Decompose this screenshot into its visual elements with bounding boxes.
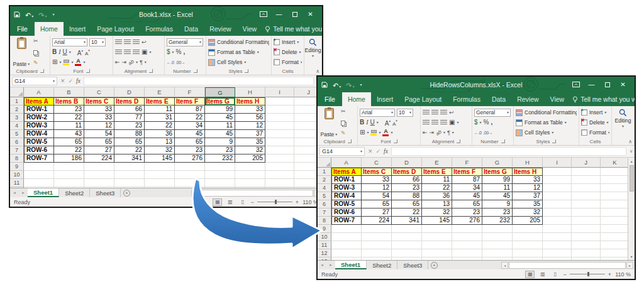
value-cell[interactable]: 77 xyxy=(114,114,145,122)
tell-me-box[interactable]: Tell me what you want to do xyxy=(265,22,322,36)
increase-decimal-icon[interactable]: ←.0 xyxy=(474,131,481,135)
value-cell[interactable]: 65 xyxy=(362,200,392,208)
column-header-A[interactable]: A xyxy=(331,158,362,168)
save-icon[interactable] xyxy=(14,11,20,18)
empty-cell[interactable] xyxy=(265,163,294,171)
tab-home[interactable]: Home xyxy=(342,92,371,106)
tab-data[interactable]: Data xyxy=(179,22,204,36)
maximize-button[interactable] xyxy=(599,77,615,92)
maximize-button[interactable] xyxy=(287,7,303,21)
column-header-F[interactable]: F xyxy=(175,87,205,97)
value-cell[interactable]: 35 xyxy=(513,200,543,208)
empty-cell[interactable] xyxy=(601,241,628,249)
underline-button[interactable]: U xyxy=(63,49,67,55)
value-cell[interactable]: 56 xyxy=(235,114,265,122)
redo-button[interactable]: ↷▾ xyxy=(38,9,47,20)
value-cell[interactable]: 11 xyxy=(422,176,452,184)
empty-cell[interactable] xyxy=(54,187,84,188)
column-header-E[interactable]: E xyxy=(145,87,175,97)
collapse-ribbon-icon[interactable]: ∧ xyxy=(316,68,319,74)
normal-view-icon[interactable]: ▦ xyxy=(213,198,222,206)
value-cell[interactable]: 27 xyxy=(362,208,392,217)
empty-cell[interactable] xyxy=(601,168,628,176)
value-cell[interactable]: 32 xyxy=(145,146,175,154)
scroll-left-icon[interactable]: ◂ xyxy=(501,262,508,269)
empty-cell[interactable] xyxy=(543,233,572,241)
tab-data[interactable]: Data xyxy=(486,92,511,106)
minimize-button[interactable]: — xyxy=(271,7,287,21)
value-cell[interactable]: 23 xyxy=(392,184,422,192)
column-header-D[interactable]: D xyxy=(392,158,422,168)
row-header-9[interactable]: 9 xyxy=(10,163,24,171)
value-cell[interactable]: 88 xyxy=(114,130,145,138)
select-all-corner[interactable] xyxy=(10,87,24,97)
empty-cell[interactable] xyxy=(114,179,145,187)
row-label-cell[interactable]: ROW-7 xyxy=(24,154,54,163)
value-cell[interactable]: 65 xyxy=(54,138,84,146)
tab-review[interactable]: Review xyxy=(511,92,544,106)
empty-cell[interactable] xyxy=(572,200,601,208)
scroll-up-icon[interactable]: ▴ xyxy=(630,158,632,165)
header-cell[interactable]: Items E xyxy=(145,97,175,106)
borders-icon[interactable]: ⊞ xyxy=(52,59,57,65)
value-cell[interactable]: 66 xyxy=(114,106,145,114)
orientation-icon[interactable]: ab xyxy=(435,129,442,136)
horizontal-scrollbar[interactable]: ◂ ▸ xyxy=(501,261,635,269)
empty-cell[interactable] xyxy=(392,249,422,257)
empty-cell[interactable] xyxy=(601,257,628,260)
value-cell[interactable]: 33 xyxy=(84,106,114,114)
percent-style-icon[interactable]: % xyxy=(484,119,489,126)
empty-cell[interactable] xyxy=(235,171,265,179)
vertical-scrollbar[interactable]: ▴ ▾ xyxy=(628,158,635,260)
empty-cell[interactable] xyxy=(331,257,362,260)
sheet-tab-sheet2[interactable]: Sheet2 xyxy=(59,188,90,197)
name-box[interactable]: G14▾ xyxy=(12,77,57,85)
empty-cell[interactable] xyxy=(572,241,601,249)
value-cell[interactable]: 27 xyxy=(84,146,114,154)
value-cell[interactable]: 99 xyxy=(205,106,235,114)
header-cell[interactable]: Items B xyxy=(54,97,84,106)
dialog-launcher-icon[interactable] xyxy=(552,139,556,143)
empty-cell[interactable] xyxy=(265,114,294,122)
paste-button[interactable]: Paste▾ xyxy=(12,37,31,67)
title-bar[interactable]: ↶▾ ↷▾ ▾ Book1.xlsx - Excel — ✕ xyxy=(10,6,322,22)
zoom-level[interactable]: 110 % xyxy=(614,271,631,278)
dialog-launcher-icon[interactable] xyxy=(394,139,397,143)
ribbon-display-options-icon[interactable] xyxy=(568,77,584,92)
column-header-E[interactable]: E xyxy=(422,158,452,168)
value-cell[interactable]: 87 xyxy=(175,106,205,114)
zoom-out-icon[interactable]: − xyxy=(250,199,253,205)
row-label-cell[interactable]: ROW-5 xyxy=(24,138,54,146)
value-cell[interactable]: 36 xyxy=(145,130,175,138)
align-left-icon[interactable] xyxy=(115,50,122,55)
font-name-select[interactable]: Arial▾ xyxy=(360,109,395,117)
value-cell[interactable]: 65 xyxy=(392,200,422,208)
value-cell[interactable]: 232 xyxy=(205,154,235,163)
value-cell[interactable]: 34 xyxy=(175,122,205,130)
row-header-1[interactable]: 1 xyxy=(10,97,24,106)
select-all-corner[interactable] xyxy=(318,158,331,168)
scroll-down-icon[interactable]: ▾ xyxy=(630,253,632,260)
merge-center-icon[interactable]: ▣ xyxy=(142,49,147,55)
value-cell[interactable]: 22 xyxy=(145,122,175,130)
zoom-in-icon[interactable]: + xyxy=(296,199,299,205)
row-header-10[interactable]: 10 xyxy=(10,171,24,179)
value-cell[interactable]: 12 xyxy=(235,122,265,130)
column-header-H[interactable]: H xyxy=(513,158,543,168)
value-cell[interactable]: 66 xyxy=(392,176,422,184)
value-cell[interactable]: 13 xyxy=(145,138,175,146)
row-label-cell[interactable]: ROW-4 xyxy=(331,192,362,200)
header-cell[interactable]: Items G xyxy=(482,168,513,176)
collapse-ribbon-icon[interactable]: ∧ xyxy=(628,139,632,144)
value-cell[interactable]: 45 xyxy=(205,130,235,138)
shrink-font-button[interactable]: A▾ xyxy=(85,46,90,58)
empty-cell[interactable] xyxy=(601,225,628,233)
empty-cell[interactable] xyxy=(543,192,572,200)
row-header-8[interactable]: 8 xyxy=(318,217,331,225)
empty-cell[interactable] xyxy=(543,257,572,260)
font-color-icon[interactable]: A xyxy=(382,129,389,136)
column-header-D[interactable]: D xyxy=(114,87,145,97)
dialog-launcher-icon[interactable] xyxy=(245,69,248,73)
minimize-button[interactable]: — xyxy=(584,77,599,92)
value-cell[interactable]: 43 xyxy=(54,130,84,138)
